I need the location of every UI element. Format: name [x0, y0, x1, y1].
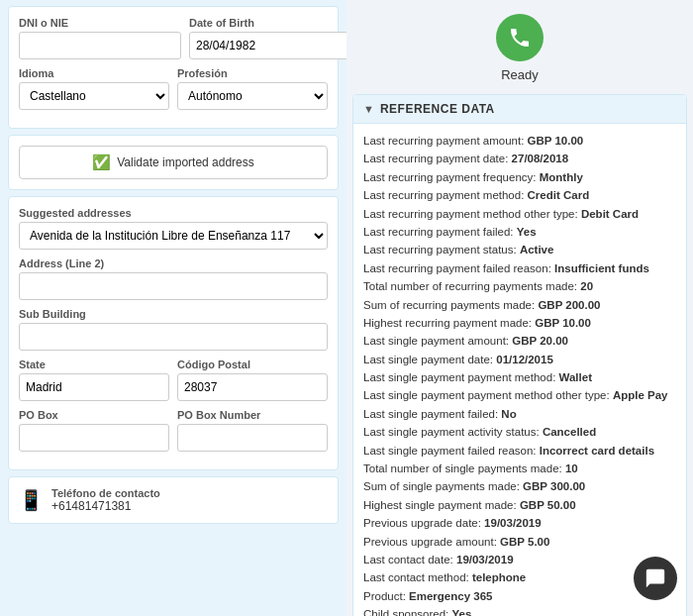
pobox-input[interactable] [19, 424, 169, 452]
ref-data-line: Last recurring payment amount: GBP 10.00 [363, 132, 676, 150]
idioma-field: Idioma Castellano Inglés Francés [19, 67, 169, 110]
reference-data-section: ▼ REFERENCE DATA Last recurring payment … [352, 94, 687, 616]
right-panel: Ready ▼ REFERENCE DATA Last recurring pa… [346, 0, 693, 616]
chat-icon [644, 567, 666, 589]
phone-call-button[interactable] [496, 14, 544, 61]
reference-data-title: REFERENCE DATA [380, 102, 495, 116]
profesion-label: Profesión [177, 67, 328, 79]
left-panel: DNI o NIE Date of Birth Idioma Castellan… [0, 0, 346, 616]
cp-label: Código Postal [177, 359, 328, 370]
ref-data-line: Last recurring payment date: 27/08/2018 [363, 150, 676, 167]
address-line2-label: Address (Line 2) [19, 257, 328, 269]
state-input[interactable] [19, 373, 169, 401]
ref-data-line: Highest recurring payment made: GBP 10.0… [363, 314, 676, 332]
idioma-label: Idioma [19, 67, 169, 79]
profesion-field: Profesión Autónomo Empleado Desempleado [177, 67, 328, 110]
validate-label: Validate imported address [117, 155, 254, 169]
ref-data-line: Sum of recurring payments made: GBP 200.… [363, 296, 676, 314]
ready-label: Ready [501, 67, 539, 82]
check-icon: ✅ [92, 154, 111, 171]
ref-data-line: Child sponsored: Yes [363, 605, 676, 616]
ref-data-line: Last single payment payment method other… [363, 386, 676, 404]
suggested-address-select-wrap: Avenida de la Institución Libre de Enseñ… [19, 222, 328, 250]
dni-label: DNI o NIE [19, 17, 181, 29]
ref-data-line: Last single payment amount: GBP 20.00 [363, 332, 676, 350]
ref-data-line: Total number of single payments made: 10 [363, 460, 676, 477]
ref-data-line: Last recurring payment failed reason: In… [363, 259, 676, 277]
dni-field: DNI o NIE [19, 17, 181, 59]
suggested-address-wrap: Suggested addresses Avenida de la Instit… [19, 207, 328, 250]
pobox-wrap: PO Box [19, 409, 169, 452]
suggested-address-label: Suggested addresses [19, 207, 328, 219]
pobox-label: PO Box [19, 409, 169, 421]
ref-data-line: Last recurring payment status: Active [363, 241, 676, 258]
idioma-select[interactable]: Castellano Inglés Francés [19, 82, 169, 110]
ref-data-line: Product: Emergency 365 [363, 587, 676, 605]
ref-data-line: Last single payment date: 01/12/2015 [363, 351, 676, 368]
dob-label: Date of Birth [189, 17, 346, 29]
dni-dob-row: DNI o NIE Date of Birth [19, 17, 328, 59]
sub-building-wrap: Sub Building [19, 308, 328, 351]
cp-input[interactable] [177, 373, 328, 401]
state-label: State [19, 359, 169, 370]
dob-field: Date of Birth [189, 17, 346, 59]
dni-input[interactable] [19, 32, 181, 59]
dob-input[interactable] [189, 32, 346, 59]
suggested-address-select[interactable]: Avenida de la Institución Libre de Enseñ… [19, 222, 328, 250]
phone-ready-section: Ready [350, 4, 689, 90]
ref-data-line: Last single payment payment method: Wall… [363, 368, 676, 386]
state-cp-row: State Código Postal [19, 359, 328, 409]
toggle-icon: ▼ [363, 103, 374, 115]
ref-data-line: Previous upgrade amount: GBP 5.00 [363, 533, 676, 551]
ref-data-line: Last recurring payment frequency: Monthl… [363, 168, 676, 186]
validate-section: ✅ Validate imported address [8, 135, 339, 190]
idioma-profesion-row: Idioma Castellano Inglés Francés Profesi… [19, 67, 328, 110]
address-line2-input[interactable] [19, 272, 328, 300]
address-section: Suggested addresses Avenida de la Instit… [8, 196, 339, 470]
pobox-num-wrap: PO Box Number [177, 409, 328, 452]
ref-data-line: Last recurring payment method: Credit Ca… [363, 186, 676, 204]
personal-info-section: DNI o NIE Date of Birth Idioma Castellan… [8, 6, 339, 129]
ref-data-line: Last recurring payment method other type… [363, 205, 676, 223]
ref-data-line: Last contact date: 19/03/2019 [363, 551, 676, 568]
phone-info: Teléfono de contacto +61481471381 [51, 487, 160, 513]
ref-data-line: Last single payment failed: No [363, 405, 676, 423]
profesion-select[interactable]: Autónomo Empleado Desempleado [177, 82, 328, 110]
phone-icon: 📱 [19, 488, 44, 512]
reference-data-header[interactable]: ▼ REFERENCE DATA [353, 95, 686, 124]
cp-wrap: Código Postal [177, 359, 328, 401]
pobox-row: PO Box PO Box Number [19, 409, 328, 460]
state-wrap: State [19, 359, 169, 401]
ref-data-line: Last single payment activity status: Can… [363, 423, 676, 441]
ref-data-line: Highest single payment made: GBP 50.00 [363, 496, 676, 514]
pobox-num-input[interactable] [177, 424, 328, 452]
phone-value: +61481471381 [51, 499, 131, 513]
validate-button[interactable]: ✅ Validate imported address [19, 146, 328, 179]
ref-data-line: Last contact method: telephone [363, 568, 676, 586]
sub-building-input[interactable] [19, 323, 328, 351]
phone-section: 📱 Teléfono de contacto +61481471381 [8, 476, 339, 524]
phone-call-icon [508, 26, 532, 50]
ref-data-line: Last single payment failed reason: Incor… [363, 442, 676, 460]
address-line2-wrap: Address (Line 2) [19, 257, 328, 300]
phone-label: Teléfono de contacto [51, 487, 160, 499]
sub-building-label: Sub Building [19, 308, 328, 320]
chat-button[interactable] [634, 557, 677, 600]
ref-data-line: Last recurring payment failed: Yes [363, 223, 676, 241]
reference-data-body: Last recurring payment amount: GBP 10.00… [353, 124, 686, 616]
ref-data-line: Sum of single payments made: GBP 300.00 [363, 477, 676, 495]
ref-data-line: Total number of recurring payments made:… [363, 277, 676, 295]
pobox-num-label: PO Box Number [177, 409, 328, 421]
ref-data-line: Previous upgrade date: 19/03/2019 [363, 514, 676, 532]
